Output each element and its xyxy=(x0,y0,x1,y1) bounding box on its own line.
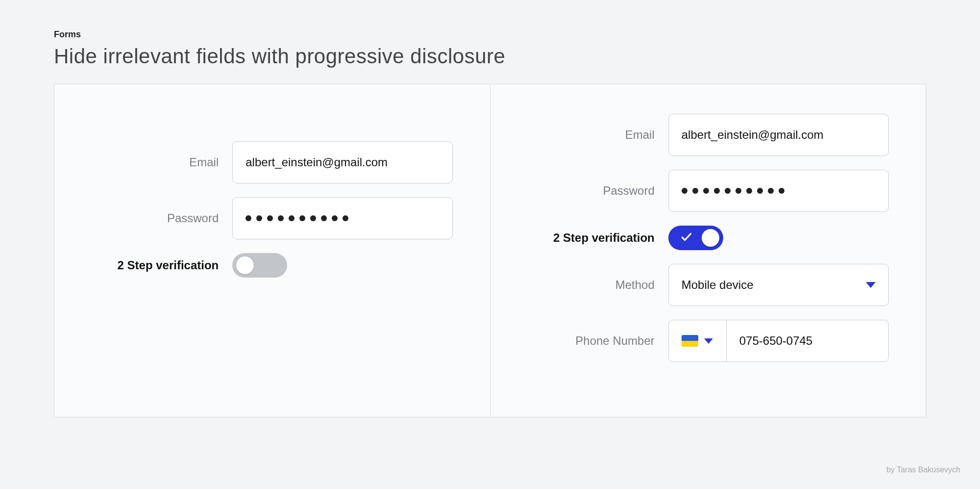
row-twofa: 2 Step verification xyxy=(91,253,453,278)
label-email: Email xyxy=(527,128,655,142)
flag-icon xyxy=(682,335,698,347)
row-twofa: 2 Step verification xyxy=(527,226,889,250)
twofa-toggle[interactable] xyxy=(232,253,287,278)
row-password: Password xyxy=(527,170,889,212)
chevron-down-icon xyxy=(866,282,876,288)
label-method: Method xyxy=(527,278,655,292)
password-dots xyxy=(682,188,784,194)
password-field[interactable] xyxy=(232,197,453,239)
country-code-picker[interactable] xyxy=(669,320,727,361)
panel-expanded: Email albert_einstein@gmail.com Password… xyxy=(490,84,926,417)
chevron-down-icon xyxy=(704,338,713,344)
label-password: Password xyxy=(527,184,655,198)
row-password: Password xyxy=(91,197,453,239)
comparison-panels: Email albert_einstein@gmail.com Password… xyxy=(54,84,926,417)
method-value: Mobile device xyxy=(682,278,754,292)
password-field[interactable] xyxy=(668,170,889,212)
toggle-knob xyxy=(702,229,719,247)
row-phone: Phone Number 075-650-0745 xyxy=(527,320,889,362)
label-phone: Phone Number xyxy=(527,334,655,348)
phone-number-field[interactable]: 075-650-0745 xyxy=(727,320,888,361)
twofa-toggle[interactable] xyxy=(668,226,723,250)
method-select[interactable]: Mobile device xyxy=(668,264,889,306)
label-email: Email xyxy=(91,155,219,169)
email-field[interactable]: albert_einstein@gmail.com xyxy=(668,114,889,156)
row-method: Method Mobile device xyxy=(527,264,889,306)
password-dots xyxy=(245,215,348,221)
toggle-knob xyxy=(236,257,254,274)
label-password: Password xyxy=(91,211,219,225)
check-icon xyxy=(680,231,693,245)
panel-collapsed: Email albert_einstein@gmail.com Password… xyxy=(54,84,490,417)
attribution: by Taras Bakusevych xyxy=(886,465,960,474)
email-field[interactable]: albert_einstein@gmail.com xyxy=(232,141,453,183)
label-twofa: 2 Step verification xyxy=(527,231,655,245)
section-eyebrow: Forms xyxy=(54,29,926,40)
label-twofa: 2 Step verification xyxy=(91,258,219,272)
phone-field-group: 075-650-0745 xyxy=(668,320,889,362)
row-email: Email albert_einstein@gmail.com xyxy=(527,114,889,156)
row-email: Email albert_einstein@gmail.com xyxy=(91,141,453,183)
page-title: Hide irrelevant fields with progressive … xyxy=(54,45,926,68)
